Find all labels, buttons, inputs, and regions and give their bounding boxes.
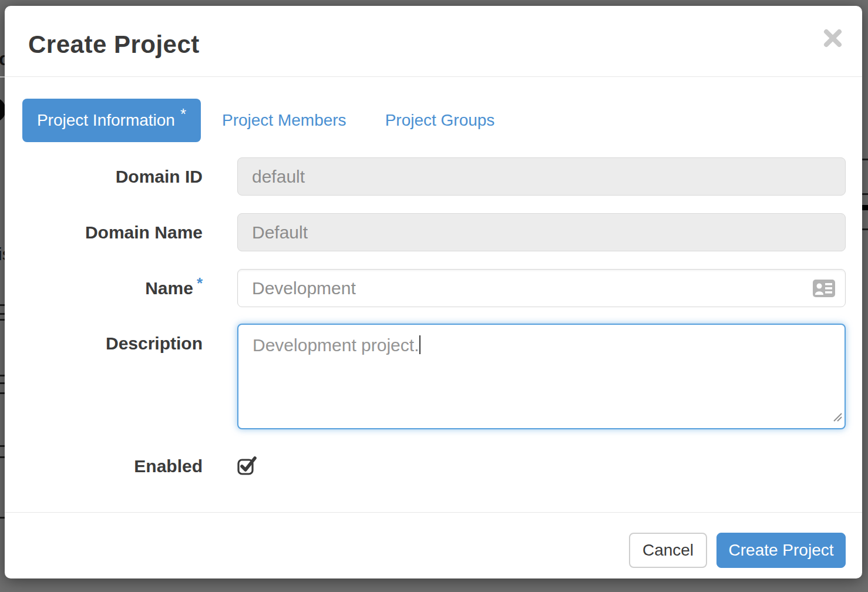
name-field[interactable] — [237, 269, 846, 307]
tab-project-information[interactable]: Project Information * — [22, 99, 201, 142]
close-icon[interactable] — [821, 27, 845, 51]
domain-id-label: Domain ID — [5, 157, 203, 196]
domain-name-field — [237, 213, 846, 251]
dialog-title: Create Project — [28, 31, 200, 59]
create-project-button[interactable]: Create Project — [716, 533, 846, 568]
background-fragment-line — [0, 382, 5, 384]
enabled-checkbox[interactable] — [237, 456, 257, 476]
close-x-glyph — [822, 28, 843, 49]
dialog-tabs: Project Information * Project Members Pr… — [22, 99, 494, 142]
enabled-row: Enabled — [5, 458, 862, 475]
enabled-label: Enabled — [5, 458, 203, 475]
resize-handle-icon[interactable] — [832, 406, 842, 426]
background-fragment-line — [0, 445, 5, 447]
tab-project-members[interactable]: Project Members — [222, 111, 346, 130]
cancel-button[interactable]: Cancel — [629, 533, 707, 568]
background-fragment-line — [0, 456, 5, 458]
background-fragment-line — [0, 304, 5, 306]
description-control: Development project. — [237, 324, 846, 429]
dialog-footer: Cancel Create Project — [5, 512, 862, 578]
background-fragment-line — [0, 76, 5, 78]
create-project-dialog: Create Project Project Information * Pro… — [5, 6, 862, 578]
domain-id-field — [237, 157, 846, 196]
description-value: Development project. — [253, 335, 419, 355]
background-fragment-line — [0, 375, 5, 376]
tab-project-groups[interactable]: Project Groups — [385, 111, 495, 130]
tab-label: Project Information — [37, 111, 175, 130]
contact-card-icon — [813, 280, 835, 300]
domain-name-control — [237, 213, 846, 251]
description-label: Description — [5, 324, 203, 354]
background-fragment-line — [862, 205, 868, 210]
domain-name-label: Domain Name — [5, 213, 203, 251]
text-cursor — [419, 335, 420, 354]
name-label: Name* — [5, 269, 203, 308]
background-fragment-text: c — [0, 48, 5, 70]
background-fragment-line — [0, 392, 5, 394]
required-asterisk: * — [180, 105, 186, 123]
dialog-header: Create Project — [5, 6, 862, 77]
background-fragment-text: is — [0, 244, 5, 264]
required-asterisk: * — [197, 274, 203, 292]
checkmark-icon — [237, 456, 257, 475]
name-control — [237, 269, 846, 307]
background-fragment-line — [0, 313, 5, 315]
description-field[interactable]: Development project. — [237, 324, 846, 429]
background-fragment-line — [862, 193, 868, 195]
background-fragment-line — [0, 517, 5, 519]
domain-id-control — [237, 157, 846, 196]
background-fragment-line — [862, 159, 868, 160]
name-label-text: Name — [145, 278, 193, 298]
background-fragment-line — [862, 228, 868, 230]
background-fragment-line — [0, 319, 5, 321]
